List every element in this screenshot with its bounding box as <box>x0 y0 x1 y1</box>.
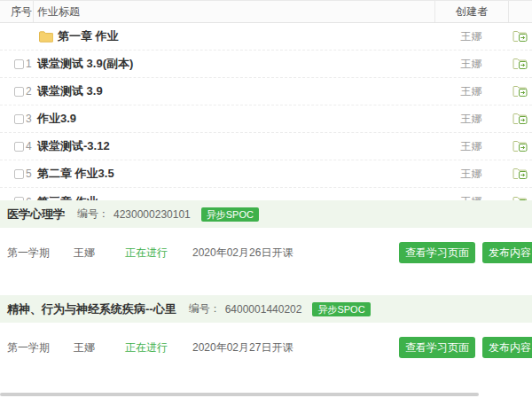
assignments-table: 序号 作业标题 创建者 第一章 作业 王娜 1 课堂测试 3.9(副本) 王娜 <box>0 0 532 200</box>
course-card-body: 第一学期 王娜 正在进行 2020年02月26日开课 查看学习页面 发布内容 <box>0 228 532 276</box>
course-card-body: 第一学期 王娜 正在进行 2020年02月27日开课 查看学习页面 发布内容 <box>0 323 532 371</box>
spoc-badge: 异步SPOC <box>312 302 370 316</box>
publish-content-button[interactable]: 发布内容 <box>482 242 532 263</box>
publish-content-button[interactable]: 发布内容 <box>482 337 532 358</box>
course-term: 第一学期 <box>7 246 50 261</box>
course-code-label: 编号： <box>77 207 109 222</box>
course-name: 医学心理学 <box>7 207 65 222</box>
header-action <box>508 1 532 22</box>
row-checkbox[interactable] <box>14 169 24 179</box>
table-row-clipped: 6 第三章 作业 王娜 <box>0 188 532 200</box>
creator-name: 王娜 <box>434 112 508 127</box>
row-number: 2 <box>26 85 32 98</box>
table-row: 3 作业3.9 王娜 <box>0 105 532 133</box>
folder-icon <box>39 31 53 43</box>
creator-name: 王娜 <box>434 167 508 182</box>
course-start-date: 2020年02月26日开课 <box>192 246 293 261</box>
view-learning-page-button[interactable]: 查看学习页面 <box>399 337 475 358</box>
assignment-title[interactable]: 课堂测试 3.9 <box>37 83 103 99</box>
row-number: 6 <box>26 196 32 201</box>
assignment-title[interactable]: 第二章 作业3.5 <box>37 166 114 182</box>
horizontal-scrollbar-track[interactable] <box>0 391 532 398</box>
move-to-folder-icon[interactable] <box>512 196 528 201</box>
table-row: 5 第二章 作业3.5 王娜 <box>0 160 532 188</box>
table-row: 1 课堂测试 3.9(副本) 王娜 <box>0 51 532 78</box>
card-gap <box>0 276 532 295</box>
table-row: 4 课堂测试-3.12 王娜 <box>0 133 532 160</box>
row-number: 5 <box>26 168 32 180</box>
horizontal-scrollbar-thumb[interactable] <box>0 393 479 396</box>
course-admin-screen: 序号 作业标题 创建者 第一章 作业 王娜 1 课堂测试 3.9(副本) 王娜 <box>0 0 532 398</box>
course-status: 正在进行 <box>125 246 168 261</box>
course-card: 精神、行为与神经系统疾病--心里 编号： 6400001440202 异步SPO… <box>0 295 532 371</box>
move-to-folder-icon[interactable] <box>512 140 528 152</box>
assignment-title[interactable]: 第三章 作业 <box>37 194 98 201</box>
row-number: 4 <box>26 140 32 152</box>
creator-name: 王娜 <box>434 139 508 154</box>
course-code-label: 编号： <box>189 301 221 316</box>
move-to-folder-icon[interactable] <box>512 113 528 125</box>
row-checkbox[interactable] <box>14 59 24 69</box>
header-index: 序号 <box>0 1 34 22</box>
course-code: 6400001440202 <box>225 303 302 316</box>
course-name: 精神、行为与神经系统疾病--心里 <box>7 301 176 317</box>
course-teacher: 王娜 <box>74 246 95 261</box>
row-number: 3 <box>26 113 32 125</box>
course-card-header: 医学心理学 编号： 4230000230101 异步SPOC <box>0 200 532 228</box>
row-checkbox[interactable] <box>14 197 24 200</box>
row-number: 1 <box>26 58 32 70</box>
move-to-folder-icon[interactable] <box>512 168 528 180</box>
move-to-folder-icon[interactable] <box>512 58 528 70</box>
course-status: 正在进行 <box>125 340 168 355</box>
creator-name: 王娜 <box>434 84 508 99</box>
header-assignment-title: 作业标题 <box>34 4 434 20</box>
spoc-badge: 异步SPOC <box>201 207 259 222</box>
assignment-title[interactable]: 第一章 作业 <box>58 28 119 44</box>
assignment-title[interactable]: 课堂测试 3.9(副本) <box>37 56 133 72</box>
header-creator: 创建者 <box>434 1 508 22</box>
view-learning-page-button[interactable]: 查看学习页面 <box>399 242 475 263</box>
row-checkbox[interactable] <box>14 114 24 124</box>
assignment-title[interactable]: 作业3.9 <box>37 111 76 127</box>
table-header: 序号 作业标题 创建者 <box>0 0 532 23</box>
course-term: 第一学期 <box>7 340 50 355</box>
creator-name: 王娜 <box>434 194 508 200</box>
row-checkbox[interactable] <box>14 87 24 97</box>
move-to-folder-icon[interactable] <box>512 85 528 98</box>
creator-name: 王娜 <box>434 57 508 72</box>
table-row-folder: 第一章 作业 王娜 <box>0 23 532 51</box>
creator-name: 王娜 <box>434 29 508 44</box>
course-card: 医学心理学 编号： 4230000230101 异步SPOC 第一学期 王娜 正… <box>0 200 532 276</box>
course-card-header: 精神、行为与神经系统疾病--心里 编号： 6400001440202 异步SPO… <box>0 295 532 323</box>
table-row: 2 课堂测试 3.9 王娜 <box>0 78 532 105</box>
course-teacher: 王娜 <box>74 340 95 355</box>
assignment-title[interactable]: 课堂测试-3.12 <box>37 138 110 154</box>
course-code: 4230000230101 <box>113 208 191 221</box>
move-to-folder-icon[interactable] <box>512 30 528 43</box>
row-checkbox[interactable] <box>14 142 24 152</box>
course-start-date: 2020年02月27日开课 <box>192 340 293 355</box>
